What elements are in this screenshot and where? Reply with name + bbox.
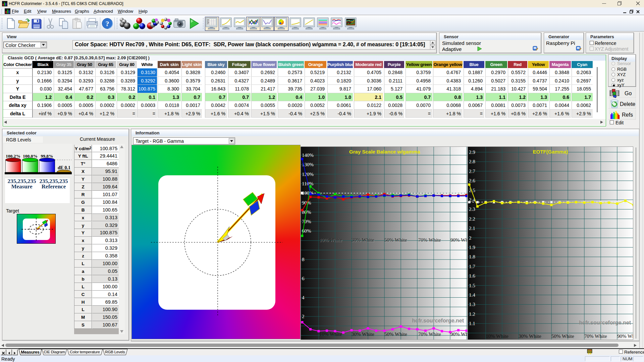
svg-text:50% White: 50% White xyxy=(551,334,574,339)
svg-text:70% White: 70% White xyxy=(418,237,441,243)
svg-text:90%: 90% xyxy=(302,200,311,205)
svg-text:50% White: 50% White xyxy=(384,237,407,243)
svg-text:1.2: 1.2 xyxy=(469,311,475,317)
svg-text:30% White: 30% White xyxy=(519,334,541,339)
svg-text:2.3: 2.3 xyxy=(469,206,475,212)
svg-text:2.2: 2.2 xyxy=(469,216,475,222)
svg-text:120%: 120% xyxy=(302,172,314,177)
svg-text:10% White: 10% White xyxy=(319,331,342,337)
svg-text:2: 2 xyxy=(302,314,305,319)
svg-text:4: 4 xyxy=(302,295,305,300)
svg-text:30% White: 30% White xyxy=(352,331,374,337)
svg-text:Gray Scale Balance w/gamma: Gray Scale Balance w/gamma xyxy=(349,149,420,155)
svg-text:30% White: 30% White xyxy=(352,237,374,243)
svg-text:100.2%: 100.2% xyxy=(6,154,20,159)
svg-text:2.6: 2.6 xyxy=(469,178,475,183)
svg-text:CIE Diagram: CIE Diagram xyxy=(44,350,65,354)
svg-text:6: 6 xyxy=(302,276,305,281)
svg-text:2.9: 2.9 xyxy=(469,149,475,155)
svg-text:hcfr.sourceforge.net: hcfr.sourceforge.net xyxy=(412,318,464,323)
svg-text:?: ? xyxy=(106,19,109,28)
svg-text:99.8%: 99.8% xyxy=(41,154,53,159)
svg-text:EOTF(Gamma): EOTF(Gamma) xyxy=(533,149,568,155)
svg-text:1.9: 1.9 xyxy=(469,245,475,250)
svg-text:140%: 140% xyxy=(302,153,314,158)
svg-text:8: 8 xyxy=(302,257,305,262)
svg-text:1.8: 1.8 xyxy=(469,254,475,259)
svg-text:50% White: 50% White xyxy=(384,331,407,337)
svg-text:1.1: 1.1 xyxy=(469,321,475,326)
svg-text:1.4: 1.4 xyxy=(469,292,475,298)
svg-text:1.5: 1.5 xyxy=(469,283,475,288)
svg-text:2.1: 2.1 xyxy=(469,226,475,231)
svg-text:70%: 70% xyxy=(302,219,311,224)
svg-text:10% White: 10% White xyxy=(486,334,508,339)
svg-text:RGB Levels: RGB Levels xyxy=(105,350,125,354)
svg-text:1.3: 1.3 xyxy=(469,302,475,307)
svg-text:10% White: 10% White xyxy=(319,237,342,243)
svg-text:70% White: 70% White xyxy=(418,331,441,337)
svg-text:2.7: 2.7 xyxy=(469,169,475,174)
svg-text:90% Wh: 90% Wh xyxy=(617,334,633,339)
svg-text:100.0%: 100.0% xyxy=(23,154,38,159)
svg-text:Color temperature: Color temperature xyxy=(70,350,100,354)
svg-text:70% White: 70% White xyxy=(584,334,607,339)
svg-text:90% Wh: 90% Wh xyxy=(450,237,467,243)
svg-text:2: 2 xyxy=(469,235,472,241)
svg-text:hcfr.sourceforge.net: hcfr.sourceforge.net xyxy=(579,320,631,325)
svg-text:2.8: 2.8 xyxy=(469,159,475,164)
svg-text:1.7: 1.7 xyxy=(469,264,475,269)
svg-text:90% Wh: 90% Wh xyxy=(450,331,467,337)
svg-text:1.6: 1.6 xyxy=(469,273,475,279)
svg-text:dE 0.1: dE 0.1 xyxy=(58,165,70,170)
svg-text:Measures: Measures xyxy=(21,350,40,355)
